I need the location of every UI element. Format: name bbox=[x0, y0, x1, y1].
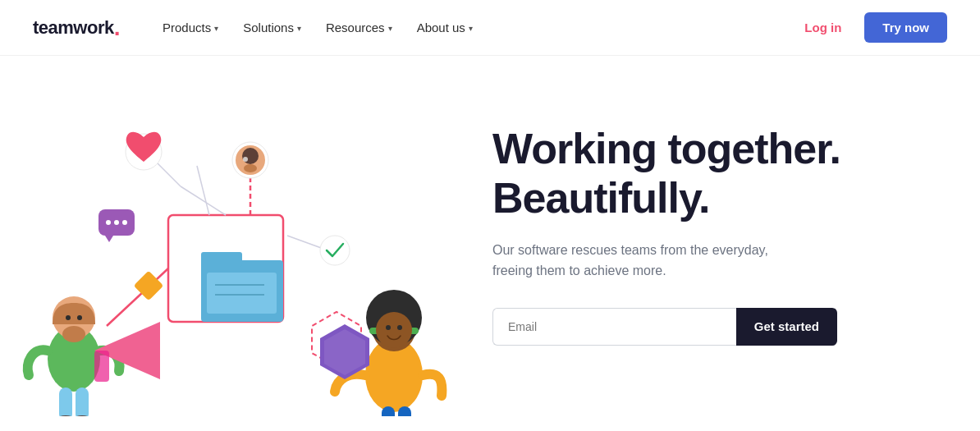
chevron-down-icon: ▾ bbox=[214, 24, 218, 33]
hero-title-line1: Working together. bbox=[492, 125, 840, 172]
chevron-down-icon: ▾ bbox=[388, 24, 392, 33]
svg-rect-10 bbox=[207, 273, 277, 314]
svg-point-33 bbox=[56, 415, 76, 416]
svg-point-23 bbox=[243, 157, 248, 162]
svg-line-5 bbox=[197, 166, 209, 215]
cta-row: Get started bbox=[492, 308, 837, 346]
svg-point-45 bbox=[376, 312, 412, 348]
logo[interactable]: teamwork. bbox=[33, 17, 120, 39]
nav-links: Products ▾ Solutions ▾ Resources ▾ About… bbox=[153, 14, 795, 41]
svg-point-47 bbox=[397, 325, 402, 330]
nav-item-solutions[interactable]: Solutions ▾ bbox=[233, 14, 311, 41]
try-now-button[interactable]: Try now bbox=[864, 12, 947, 43]
svg-point-25 bbox=[320, 236, 350, 265]
svg-point-46 bbox=[386, 325, 391, 330]
svg-rect-9 bbox=[201, 252, 242, 267]
email-input[interactable] bbox=[492, 308, 736, 346]
svg-point-30 bbox=[77, 315, 82, 320]
hero-title-line2: Beautifully. bbox=[492, 174, 709, 222]
svg-rect-31 bbox=[59, 387, 72, 416]
svg-rect-32 bbox=[76, 387, 89, 416]
hero-subtitle: Our software rescues teams from the ever… bbox=[492, 240, 804, 282]
hero-illustration bbox=[16, 71, 460, 416]
hero-text: Working together. Beautifully. Our softw… bbox=[460, 125, 980, 362]
get-started-button[interactable]: Get started bbox=[736, 308, 837, 346]
nav-item-resources[interactable]: Resources ▾ bbox=[316, 14, 402, 41]
svg-point-16 bbox=[114, 220, 119, 225]
svg-point-29 bbox=[66, 315, 71, 320]
svg-marker-18 bbox=[105, 236, 113, 242]
svg-point-15 bbox=[106, 220, 111, 225]
nav-right: Log in Try now bbox=[795, 12, 947, 43]
svg-point-28 bbox=[62, 326, 85, 342]
svg-point-22 bbox=[242, 148, 259, 164]
hero-title: Working together. Beautifully. bbox=[492, 125, 931, 223]
nav-label-solutions: Solutions bbox=[243, 21, 294, 34]
svg-point-34 bbox=[72, 415, 92, 416]
hero-section: Working together. Beautifully. Our softw… bbox=[0, 56, 980, 431]
nav-item-products[interactable]: Products ▾ bbox=[153, 14, 228, 41]
nav-label-products: Products bbox=[163, 21, 211, 34]
svg-line-1 bbox=[107, 268, 168, 326]
nav-label-about: About us bbox=[417, 21, 465, 34]
logo-text: teamwork bbox=[33, 17, 114, 39]
nav-label-resources: Resources bbox=[326, 21, 385, 34]
login-button[interactable]: Log in bbox=[795, 14, 851, 41]
svg-rect-36 bbox=[94, 351, 109, 382]
nav-item-about[interactable]: About us ▾ bbox=[407, 14, 483, 41]
svg-point-24 bbox=[244, 164, 257, 172]
chevron-down-icon: ▾ bbox=[297, 24, 301, 33]
navbar: teamwork. Products ▾ Solutions ▾ Resourc… bbox=[0, 0, 980, 56]
svg-point-17 bbox=[122, 220, 127, 225]
chevron-down-icon: ▾ bbox=[469, 24, 473, 33]
